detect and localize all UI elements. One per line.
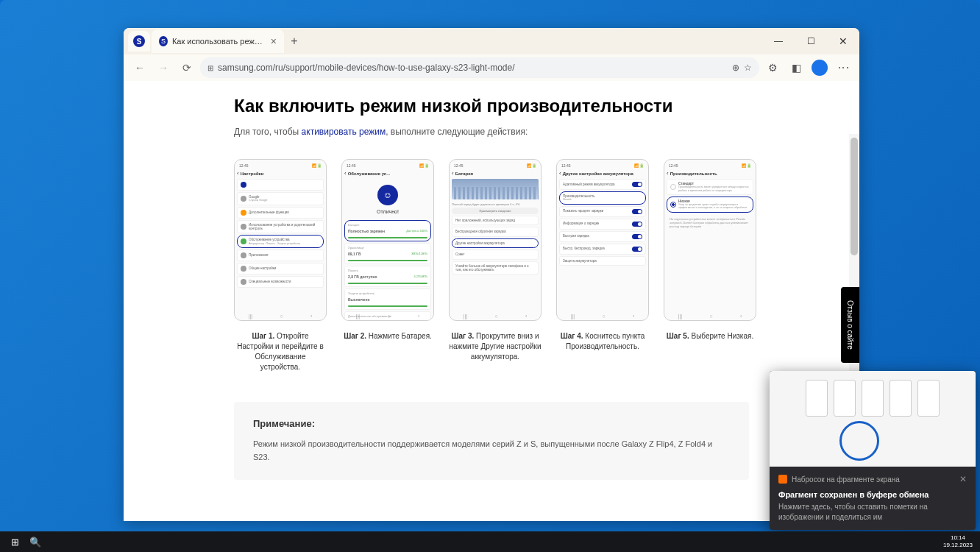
step-caption: Шаг 1. Откройте Настройки и перейдите в … xyxy=(234,331,327,372)
step: 12:45📶 🔋‹ ПроизводительностьСтандартПрои… xyxy=(664,159,756,372)
page-content: Отзыв о сайте Как включить режим низкой … xyxy=(124,81,859,521)
site-settings-icon[interactable]: ⊞ xyxy=(207,64,213,72)
snip-app-icon xyxy=(778,475,787,484)
samsung-icon: S xyxy=(133,35,145,47)
notification-app: Набросок на фрагменте экрана xyxy=(792,475,900,484)
notification-thumbnail xyxy=(770,371,976,467)
activate-link[interactable]: активировать режим xyxy=(302,127,386,137)
page-title: Как включить режим низкой производительн… xyxy=(234,96,749,116)
notification-close-button[interactable]: ✕ xyxy=(959,474,967,484)
snip-notification[interactable]: Набросок на фрагменте экрана ✕ Фрагмент … xyxy=(770,371,976,530)
browser-window: S S Как использовать режим низк × + — ☐ … xyxy=(124,28,859,521)
phone-screenshot: 12:45📶 🔋‹ Другие настройки аккумулятораА… xyxy=(556,159,649,321)
phone-screenshot: 12:45📶 🔋‹ ПроизводительностьСтандартПрои… xyxy=(664,159,756,321)
address-bar[interactable]: ⊞ samsung.com/ru/support/mobile-devices/… xyxy=(200,57,759,78)
phone-screenshot: 12:45📶 🔋‹ НастройкиGoogleСлужбы GoogleДо… xyxy=(234,159,327,321)
step: 12:45📶 🔋‹ Другие настройки аккумулятораА… xyxy=(556,159,649,372)
start-button[interactable]: ⊞ xyxy=(4,531,25,552)
step: 12:45📶 🔋‹ БатареяПолный заряд будет держ… xyxy=(449,159,542,372)
maximize-button[interactable]: ☐ xyxy=(795,28,827,54)
note-title: Примечание: xyxy=(253,418,730,429)
phone-screenshot: 12:45📶 🔋‹ БатареяПолный заряд будет держ… xyxy=(449,159,542,321)
taskbar: ⊞ 🔍 10:14 19.12.2023 xyxy=(0,531,980,552)
extensions-icon[interactable]: ⚙ xyxy=(762,57,783,78)
step-caption: Шаг 3. Прокрутите вниз и нажмите Другие … xyxy=(449,331,542,362)
close-window-button[interactable]: ✕ xyxy=(827,28,859,54)
active-tab[interactable]: S Как использовать режим низк × xyxy=(152,29,284,53)
menu-button[interactable]: ⋮ xyxy=(833,57,853,78)
note-box: Примечание: Режим низкой производительно… xyxy=(234,402,749,480)
highlight-circle-icon xyxy=(839,421,879,461)
clock[interactable]: 10:14 19.12.2023 xyxy=(943,534,976,548)
tab-title: Как использовать режим низк xyxy=(172,37,266,46)
step: 12:45📶 🔋‹ НастройкиGoogleСлужбы GoogleДо… xyxy=(234,159,327,372)
steps-row: 12:45📶 🔋‹ НастройкиGoogleСлужбы GoogleДо… xyxy=(234,159,749,372)
step-caption: Шаг 2. Нажмите Батарея. xyxy=(341,331,434,342)
page-subtitle: Для того, чтобы активировать режим, выпо… xyxy=(234,127,749,137)
notification-title: Фрагмент сохранен в буфере обмена xyxy=(778,490,967,499)
step-caption: Шаг 4. Коснитесь пункта Производительнос… xyxy=(556,331,649,352)
bookmark-icon[interactable]: ☆ xyxy=(744,63,752,73)
reload-button[interactable]: ⟳ xyxy=(177,57,197,78)
back-button[interactable]: ← xyxy=(129,57,150,78)
sidepanel-icon[interactable]: ◧ xyxy=(786,57,806,78)
favicon-icon: S xyxy=(159,36,168,46)
zoom-icon[interactable]: ⊕ xyxy=(732,63,739,73)
search-button[interactable]: 🔍 xyxy=(25,531,46,552)
minimize-button[interactable]: — xyxy=(762,28,795,54)
feedback-tab[interactable]: Отзыв о сайте xyxy=(841,287,859,363)
new-tab-button[interactable]: + xyxy=(284,31,305,52)
profile-button[interactable] xyxy=(809,57,830,78)
pinned-tab[interactable]: S xyxy=(128,31,150,52)
phone-screenshot: 12:45📶 🔋‹ Обслуживание ус...☺Отлично!Бат… xyxy=(341,159,434,321)
step: 12:45📶 🔋‹ Обслуживание ус...☺Отлично!Бат… xyxy=(341,159,434,372)
forward-button[interactable]: → xyxy=(153,57,174,78)
browser-chrome: S S Как использовать режим низк × + — ☐ … xyxy=(124,28,859,81)
url-text: samsung.com/ru/support/mobile-devices/ho… xyxy=(218,63,728,73)
step-caption: Шаг 5. Выберите Низкая. xyxy=(664,331,756,342)
note-text: Режим низкой производительности поддержи… xyxy=(253,438,730,464)
notification-text: Нажмите здесь, чтобы оставить пометки на… xyxy=(778,502,967,523)
close-tab-icon[interactable]: × xyxy=(271,35,277,47)
